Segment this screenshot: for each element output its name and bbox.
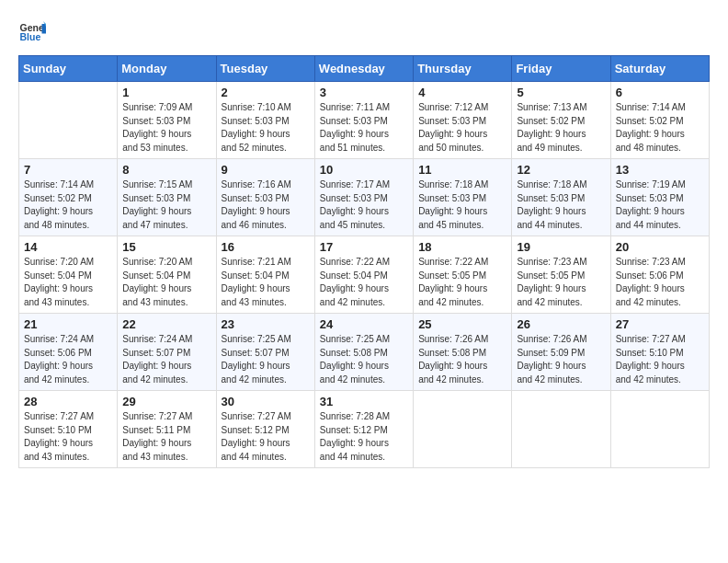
column-header-tuesday: Tuesday	[216, 56, 314, 82]
calendar-cell: 13Sunrise: 7:19 AM Sunset: 5:03 PM Dayli…	[610, 159, 709, 236]
calendar-cell: 2Sunrise: 7:10 AM Sunset: 5:03 PM Daylig…	[216, 82, 314, 159]
calendar-cell: 1Sunrise: 7:09 AM Sunset: 5:03 PM Daylig…	[118, 82, 216, 159]
calendar-week-5: 28Sunrise: 7:27 AM Sunset: 5:10 PM Dayli…	[19, 391, 710, 468]
calendar-cell: 11Sunrise: 7:18 AM Sunset: 5:03 PM Dayli…	[414, 159, 512, 236]
calendar-cell: 23Sunrise: 7:25 AM Sunset: 5:07 PM Dayli…	[216, 314, 314, 391]
calendar-cell	[512, 391, 610, 468]
day-info: Sunrise: 7:27 AM Sunset: 5:12 PM Dayligh…	[222, 410, 310, 464]
day-info: Sunrise: 7:17 AM Sunset: 5:03 PM Dayligh…	[320, 178, 408, 232]
day-info: Sunrise: 7:12 AM Sunset: 5:03 PM Dayligh…	[418, 101, 506, 155]
day-info: Sunrise: 7:27 AM Sunset: 5:10 PM Dayligh…	[24, 410, 112, 464]
calendar-cell: 27Sunrise: 7:27 AM Sunset: 5:10 PM Dayli…	[610, 314, 709, 391]
day-number: 27	[616, 317, 704, 331]
day-info: Sunrise: 7:28 AM Sunset: 5:12 PM Dayligh…	[320, 410, 408, 464]
calendar-week-1: 1Sunrise: 7:09 AM Sunset: 5:03 PM Daylig…	[19, 82, 710, 159]
calendar-cell: 16Sunrise: 7:21 AM Sunset: 5:04 PM Dayli…	[216, 236, 314, 314]
day-info: Sunrise: 7:18 AM Sunset: 5:03 PM Dayligh…	[517, 178, 605, 232]
day-info: Sunrise: 7:20 AM Sunset: 5:04 PM Dayligh…	[122, 256, 210, 309]
day-number: 8	[122, 163, 210, 177]
day-info: Sunrise: 7:14 AM Sunset: 5:02 PM Dayligh…	[24, 178, 112, 232]
day-number: 23	[222, 317, 310, 331]
day-info: Sunrise: 7:25 AM Sunset: 5:07 PM Dayligh…	[222, 333, 310, 386]
calendar-week-3: 14Sunrise: 7:20 AM Sunset: 5:04 PM Dayli…	[19, 236, 710, 314]
day-number: 9	[222, 163, 310, 177]
day-info: Sunrise: 7:13 AM Sunset: 5:02 PM Dayligh…	[517, 101, 605, 155]
calendar-cell: 26Sunrise: 7:26 AM Sunset: 5:09 PM Dayli…	[512, 314, 610, 391]
calendar-cell: 29Sunrise: 7:27 AM Sunset: 5:11 PM Dayli…	[118, 391, 216, 468]
calendar-cell: 14Sunrise: 7:20 AM Sunset: 5:04 PM Dayli…	[19, 236, 118, 314]
column-header-wednesday: Wednesday	[314, 56, 413, 82]
column-header-sunday: Sunday	[19, 56, 118, 82]
day-info: Sunrise: 7:20 AM Sunset: 5:04 PM Dayligh…	[24, 256, 112, 309]
day-number: 1	[122, 86, 210, 99]
calendar-cell: 30Sunrise: 7:27 AM Sunset: 5:12 PM Dayli…	[216, 391, 314, 468]
day-number: 30	[222, 395, 310, 408]
logo: General Blue	[18, 18, 50, 46]
day-number: 15	[122, 240, 210, 254]
calendar-week-2: 7Sunrise: 7:14 AM Sunset: 5:02 PM Daylig…	[19, 159, 710, 236]
calendar-cell: 6Sunrise: 7:14 AM Sunset: 5:02 PM Daylig…	[610, 82, 709, 159]
day-number: 26	[517, 317, 605, 331]
calendar-cell: 21Sunrise: 7:24 AM Sunset: 5:06 PM Dayli…	[19, 314, 118, 391]
calendar-cell: 7Sunrise: 7:14 AM Sunset: 5:02 PM Daylig…	[19, 159, 118, 236]
day-info: Sunrise: 7:22 AM Sunset: 5:05 PM Dayligh…	[418, 256, 506, 309]
day-number: 14	[24, 240, 112, 254]
day-info: Sunrise: 7:24 AM Sunset: 5:07 PM Dayligh…	[122, 333, 210, 386]
day-number: 11	[418, 163, 506, 177]
day-number: 18	[418, 240, 506, 254]
day-info: Sunrise: 7:26 AM Sunset: 5:09 PM Dayligh…	[517, 333, 605, 386]
calendar-cell: 3Sunrise: 7:11 AM Sunset: 5:03 PM Daylig…	[314, 82, 413, 159]
svg-text:Blue: Blue	[20, 31, 41, 42]
calendar-cell: 8Sunrise: 7:15 AM Sunset: 5:03 PM Daylig…	[118, 159, 216, 236]
column-header-saturday: Saturday	[610, 56, 709, 82]
day-info: Sunrise: 7:15 AM Sunset: 5:03 PM Dayligh…	[122, 178, 210, 232]
day-info: Sunrise: 7:19 AM Sunset: 5:03 PM Dayligh…	[616, 178, 704, 232]
column-header-thursday: Thursday	[414, 56, 512, 82]
day-info: Sunrise: 7:27 AM Sunset: 5:11 PM Dayligh…	[122, 410, 210, 464]
column-header-friday: Friday	[512, 56, 610, 82]
calendar-week-4: 21Sunrise: 7:24 AM Sunset: 5:06 PM Dayli…	[19, 314, 710, 391]
calendar-table: SundayMondayTuesdayWednesdayThursdayFrid…	[18, 55, 710, 468]
day-info: Sunrise: 7:16 AM Sunset: 5:03 PM Dayligh…	[222, 178, 310, 232]
day-number: 17	[320, 240, 408, 254]
calendar-cell: 24Sunrise: 7:25 AM Sunset: 5:08 PM Dayli…	[314, 314, 413, 391]
day-number: 24	[320, 317, 408, 331]
calendar-header-row: SundayMondayTuesdayWednesdayThursdayFrid…	[19, 56, 710, 82]
calendar-cell: 22Sunrise: 7:24 AM Sunset: 5:07 PM Dayli…	[118, 314, 216, 391]
calendar-cell: 9Sunrise: 7:16 AM Sunset: 5:03 PM Daylig…	[216, 159, 314, 236]
day-number: 10	[320, 163, 408, 177]
day-info: Sunrise: 7:24 AM Sunset: 5:06 PM Dayligh…	[24, 333, 112, 386]
column-header-monday: Monday	[118, 56, 216, 82]
day-number: 2	[222, 86, 310, 99]
day-info: Sunrise: 7:10 AM Sunset: 5:03 PM Dayligh…	[222, 101, 310, 155]
calendar-cell: 4Sunrise: 7:12 AM Sunset: 5:03 PM Daylig…	[414, 82, 512, 159]
day-info: Sunrise: 7:09 AM Sunset: 5:03 PM Dayligh…	[122, 101, 210, 155]
day-number: 13	[616, 163, 704, 177]
calendar-cell: 10Sunrise: 7:17 AM Sunset: 5:03 PM Dayli…	[314, 159, 413, 236]
day-number: 29	[122, 395, 210, 408]
day-number: 16	[222, 240, 310, 254]
day-number: 12	[517, 163, 605, 177]
calendar-cell: 25Sunrise: 7:26 AM Sunset: 5:08 PM Dayli…	[414, 314, 512, 391]
day-number: 5	[517, 86, 605, 99]
calendar-cell: 18Sunrise: 7:22 AM Sunset: 5:05 PM Dayli…	[414, 236, 512, 314]
calendar-cell	[610, 391, 709, 468]
day-info: Sunrise: 7:23 AM Sunset: 5:05 PM Dayligh…	[517, 256, 605, 309]
day-number: 6	[616, 86, 704, 99]
calendar-cell	[414, 391, 512, 468]
day-number: 19	[517, 240, 605, 254]
day-info: Sunrise: 7:27 AM Sunset: 5:10 PM Dayligh…	[616, 333, 704, 386]
calendar-cell: 31Sunrise: 7:28 AM Sunset: 5:12 PM Dayli…	[314, 391, 413, 468]
day-info: Sunrise: 7:22 AM Sunset: 5:04 PM Dayligh…	[320, 256, 408, 309]
calendar-cell	[19, 82, 118, 159]
day-number: 3	[320, 86, 408, 99]
logo-icon: General Blue	[18, 18, 46, 46]
calendar-cell: 5Sunrise: 7:13 AM Sunset: 5:02 PM Daylig…	[512, 82, 610, 159]
day-number: 7	[24, 163, 112, 177]
day-number: 28	[24, 395, 112, 408]
day-number: 31	[320, 395, 408, 408]
calendar-cell: 20Sunrise: 7:23 AM Sunset: 5:06 PM Dayli…	[610, 236, 709, 314]
calendar-cell: 15Sunrise: 7:20 AM Sunset: 5:04 PM Dayli…	[118, 236, 216, 314]
page-header: General Blue	[18, 18, 710, 46]
day-info: Sunrise: 7:11 AM Sunset: 5:03 PM Dayligh…	[320, 101, 408, 155]
